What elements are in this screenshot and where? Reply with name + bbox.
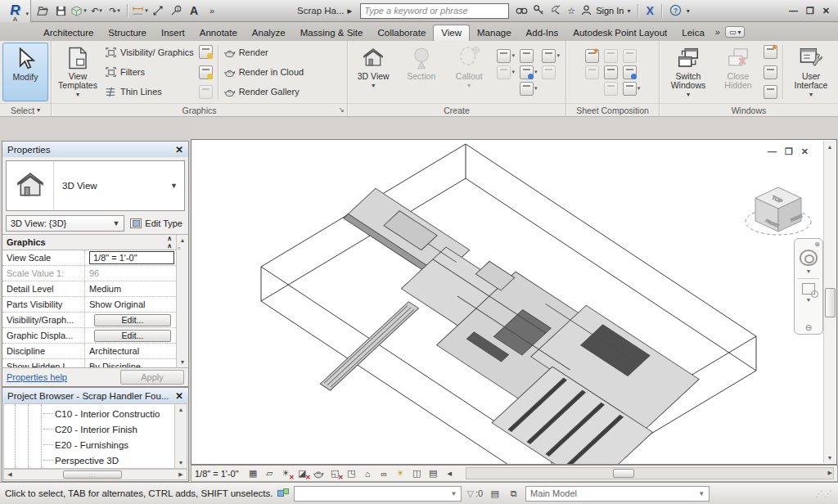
exchange-apps-icon[interactable]: X (646, 4, 653, 17)
scroll-left-icon[interactable]: ◀ (4, 471, 16, 478)
instance-selector[interactable]: 3D View: {3D} ▼ (6, 215, 124, 232)
apply-button[interactable]: Apply (120, 370, 184, 385)
plan-views-button[interactable]: ▾ (497, 49, 515, 63)
close-icon[interactable]: ✕ (175, 390, 183, 402)
insert-from-file-button[interactable] (585, 65, 599, 79)
show-hidden-lines-icon[interactable] (199, 45, 213, 59)
3d-model-view[interactable]: TOP FRONT RIGHT (191, 140, 836, 464)
vertical-scrollbar[interactable]: ▲ ▼ (823, 141, 836, 463)
temporary-view-properties-icon[interactable]: ◫ (410, 467, 424, 480)
scroll-right-icon[interactable]: ▶ (175, 471, 187, 478)
steering-wheel-button[interactable] (800, 250, 818, 266)
browser-horizontal-scrollbar[interactable]: ◀ ::: ▶ (3, 469, 187, 480)
temporary-hide-isolate-icon[interactable]: ∞ (377, 467, 391, 480)
close-hidden-button[interactable]: Close Hidden (716, 43, 760, 101)
new-window-icon[interactable] (764, 45, 777, 59)
tab-leica[interactable]: Leica (674, 25, 712, 41)
tab-massing-site[interactable]: Massing & Site (293, 25, 371, 41)
scrollbar-thumb[interactable]: ≡ (178, 245, 188, 273)
crop-view-icon[interactable]: ◱ (328, 467, 342, 480)
view-scale-input[interactable]: 1/8" = 1'-0" (89, 251, 174, 264)
application-menu-button[interactable]: R ▾ A (0, 0, 31, 22)
cut-profile-icon[interactable] (199, 85, 213, 99)
communication-center-icon[interactable] (550, 4, 562, 18)
minimize-button[interactable]: — (789, 6, 798, 16)
remove-hidden-lines-icon[interactable] (199, 65, 213, 79)
project-browser-header[interactable]: Project Browser - Scrap Handler Fou... ✕ (2, 388, 188, 403)
editable-only-filter[interactable]: ▽ :0 (466, 488, 483, 499)
view-reference-button[interactable]: ▾ (623, 82, 641, 96)
save-button[interactable] (52, 2, 69, 19)
navbar-collapse-icon[interactable]: ⊖ (805, 323, 812, 332)
tile-windows-icon[interactable] (764, 85, 777, 99)
elevation-button[interactable]: ▾ (497, 65, 515, 79)
cascade-windows-icon[interactable] (764, 65, 777, 79)
scroll-down-icon[interactable]: ▼ (175, 457, 187, 468)
sign-in-button[interactable]: Sign In ▾ (580, 4, 630, 18)
displacement-sets-icon[interactable]: ▤ (426, 467, 440, 480)
scrollbar-thumb[interactable] (613, 469, 634, 478)
matchline-button[interactable] (604, 82, 618, 96)
measure-button[interactable] (150, 2, 166, 19)
favorites-icon[interactable]: ☆ (567, 6, 575, 16)
view-close-button[interactable]: ✕ (801, 146, 809, 157)
edit-type-button[interactable]: Edit Type (128, 215, 185, 232)
rendering-dialog-icon[interactable] (312, 467, 326, 480)
graphic-display-edit-button[interactable]: Edit... (94, 330, 171, 342)
subscription-center-icon[interactable] (533, 4, 545, 18)
scroll-right-icon[interactable]: ▶ (828, 470, 832, 476)
design-options-icon[interactable]: ▤ (488, 487, 502, 500)
callout-button[interactable]: Callout▾ (446, 43, 492, 101)
new-sheet-button[interactable] (585, 49, 599, 63)
toolbar-overflow-button[interactable]: » (204, 2, 220, 19)
detail-level-value[interactable]: Medium (85, 281, 176, 296)
tab-view[interactable]: View (433, 25, 470, 41)
design-option-selector[interactable]: Main Model▼ (525, 486, 710, 502)
view-minimize-button[interactable]: — (768, 146, 777, 157)
sun-path-icon[interactable]: ☀ (279, 467, 293, 480)
guide-grid-button[interactable] (604, 65, 618, 79)
tab-addins[interactable]: Add-Ins (519, 25, 566, 41)
tab-insert[interactable]: Insert (154, 25, 192, 41)
parts-visibility-value[interactable]: Show Original (85, 297, 176, 312)
close-button[interactable]: ✕ (822, 6, 830, 16)
show-hidden-value[interactable]: By Discipline (85, 359, 176, 367)
insert-views-button[interactable] (623, 49, 641, 63)
shadows-icon[interactable]: ◪ (295, 467, 309, 480)
type-selector[interactable]: 3D View ▼ (6, 160, 185, 211)
open-button[interactable] (34, 2, 51, 19)
help-icon[interactable] (669, 4, 682, 18)
tab-autodesk-point-layout[interactable]: Autodesk Point Layout (565, 25, 674, 41)
render-in-cloud-button[interactable]: Render in Cloud (223, 65, 304, 79)
scroll-up-icon[interactable]: ▲ (177, 235, 188, 245)
reveal-hidden-elements-icon[interactable]: ☀ (394, 467, 408, 480)
collapse-chevron-icon[interactable]: ∧∧ (167, 235, 171, 250)
discipline-value[interactable]: Architectural (85, 344, 176, 358)
scrollbar-thumb[interactable]: ::: (63, 470, 122, 479)
view-scale-button[interactable]: 1/8" = 1'-0" (195, 469, 239, 479)
search-input[interactable] (360, 3, 509, 19)
resize-grip[interactable]: ⋰⋰ (815, 489, 833, 498)
scroll-down-icon[interactable]: ▼ (827, 452, 833, 463)
schedules-button[interactable]: ▾ (542, 49, 560, 63)
workset-selector[interactable]: ▼ (294, 486, 462, 502)
viewbar-collapse-icon[interactable]: ◂ (443, 467, 457, 480)
text-button[interactable]: A (186, 2, 202, 19)
view-templates-button[interactable]: View Templates▾ (54, 43, 101, 101)
tab-collaborate[interactable]: Collaborate (370, 25, 433, 41)
scroll-up-icon[interactable]: ▲ (827, 141, 833, 152)
render-button[interactable]: Render (223, 45, 304, 60)
navbar-close-icon[interactable]: ⊗ (814, 241, 820, 248)
tab-structure[interactable]: Structure (101, 25, 154, 41)
filters-button[interactable]: Filters (105, 65, 194, 79)
tab-analyze[interactable]: Analyze (245, 25, 293, 41)
tree-item-perspective-3d[interactable]: Perspective 3D (4, 452, 174, 468)
revisions-button[interactable] (623, 65, 641, 79)
dialog-launcher-icon[interactable]: ↘ (338, 106, 345, 114)
tree-item-c10[interactable]: C10 - Interior Constructio (4, 406, 174, 421)
tree-item-c20[interactable]: C20 - Interior Finish (4, 421, 174, 437)
tab-overflow-icon[interactable]: » (715, 27, 720, 37)
3d-view-button[interactable]: 3D View▾ (350, 43, 396, 101)
crop-region-icon[interactable]: ◳ (345, 467, 358, 480)
chevron-down-icon[interactable]: ▼ (806, 268, 812, 274)
